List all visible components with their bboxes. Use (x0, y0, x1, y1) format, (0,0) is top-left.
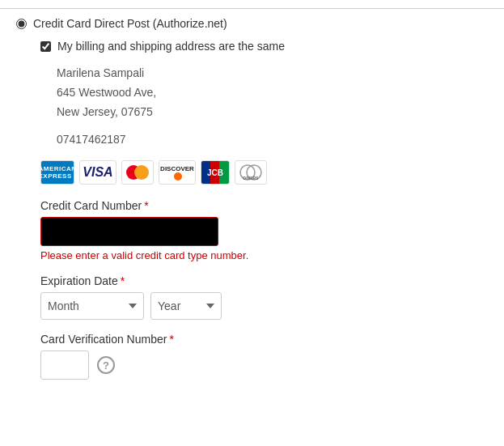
jcb-icon: JCB (201, 160, 230, 185)
phone-number: 07417462187 (57, 133, 126, 146)
address-city: New Jersey, 07675 (57, 103, 488, 122)
discover-icon: DISCOVER (159, 160, 196, 185)
month-select[interactable]: Month 01 - January 02 - February 03 - Ma… (40, 292, 144, 320)
address-block: Marilena Sampali 645 Westwood Ave, New J… (57, 64, 488, 121)
cvv-section: Card Verification Number* ? (40, 333, 488, 380)
payment-option-row: Credit Card Direct Post (Authorize.net) (16, 17, 488, 30)
expiry-section: Expiration Date* Month 01 - January 02 -… (40, 274, 488, 320)
address-name: Marilena Sampali (57, 64, 488, 83)
diners-icon: DINERS (235, 160, 267, 185)
year-select[interactable]: Year 2024 2025 2026 2027 2028 2029 2030 (150, 292, 222, 320)
visa-icon: VISA (79, 160, 116, 185)
cvv-input[interactable] (40, 350, 89, 380)
cvv-required-star: * (169, 333, 173, 346)
phone-block: 07417462187 (57, 133, 488, 146)
card-number-label: Credit Card Number* (40, 199, 488, 212)
cvv-label: Card Verification Number* (40, 333, 488, 346)
cvv-help-icon[interactable]: ? (97, 356, 115, 374)
address-street: 645 Westwood Ave, (57, 83, 488, 103)
cvv-row: ? (40, 350, 488, 380)
billing-same-row: My billing and shipping address are the … (40, 40, 488, 53)
card-icons-row: AMERICANEXPRESS VISA DISCOVER JCB DINERS (40, 160, 488, 185)
mastercard-icon (121, 160, 154, 185)
amex-icon: AMERICANEXPRESS (40, 160, 74, 185)
payment-option-label[interactable]: Credit Card Direct Post (Authorize.net) (33, 17, 227, 30)
card-number-section: Credit Card Number* Please enter a valid… (40, 199, 488, 261)
expiry-row: Month 01 - January 02 - February 03 - Ma… (40, 292, 488, 320)
card-number-error: Please enter a valid credit card type nu… (40, 249, 488, 261)
billing-same-label[interactable]: My billing and shipping address are the … (57, 40, 285, 53)
card-number-input[interactable] (40, 217, 218, 246)
expiry-required-star: * (121, 274, 125, 287)
svg-text:DINERS: DINERS (244, 176, 260, 181)
billing-same-checkbox[interactable] (40, 41, 51, 52)
required-star: * (144, 199, 148, 212)
credit-card-radio[interactable] (16, 19, 27, 29)
expiry-label: Expiration Date* (40, 274, 488, 287)
